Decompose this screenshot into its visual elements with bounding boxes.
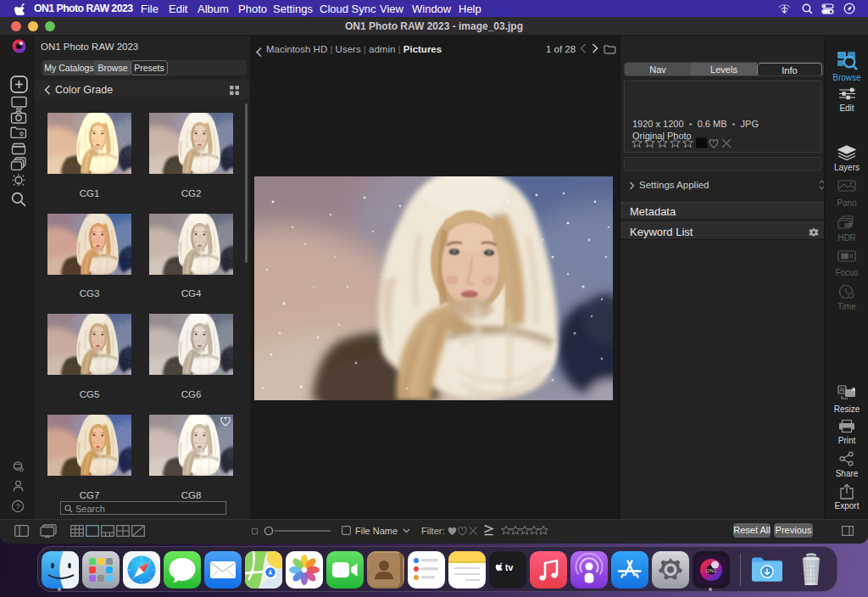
svg-text:ON1: ON1 xyxy=(706,568,717,573)
svg-text:tv: tv xyxy=(505,562,513,572)
svg-text:?: ? xyxy=(16,502,20,511)
svg-text:AI: AI xyxy=(839,387,845,393)
